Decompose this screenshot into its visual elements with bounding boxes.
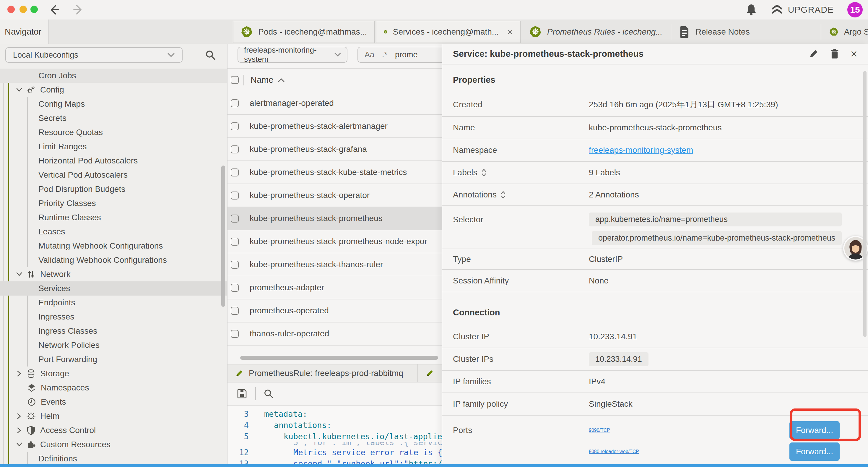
sidebar-group-access-control[interactable]: Access Control	[0, 423, 227, 437]
match-case-toggle[interactable]: Aa	[365, 50, 374, 59]
row-checkbox[interactable]	[231, 214, 239, 223]
sidebar-item-resource-quotas[interactable]: Resource Quotas	[0, 125, 227, 140]
row-checkbox[interactable]	[231, 169, 239, 176]
upgrade-button[interactable]: UPGRADE	[771, 4, 834, 16]
port-link-8080[interactable]: 8080:reloader-web/TCP	[589, 449, 639, 454]
notifications-bell-icon[interactable]	[745, 3, 757, 16]
row-checkbox[interactable]	[231, 307, 239, 315]
table-row[interactable]: kube-prometheus-stack-alertmanager	[227, 115, 442, 138]
sidebar-item-secrets[interactable]: Secrets	[0, 111, 227, 125]
table-row[interactable]: kube-prometheus-stack-kube-state-metrics	[227, 161, 442, 184]
annotations-value[interactable]: 2 Annotations	[589, 190, 639, 200]
forward-button-8080[interactable]: Forward...	[789, 442, 840, 461]
sidebar-item-mutating-webhook-configurations[interactable]: Mutating Webhook Configurations	[0, 239, 227, 253]
sidebar-item-cron-jobs[interactable]: Cron Jobs	[0, 68, 227, 83]
editor-tab-partial[interactable]	[418, 364, 442, 382]
editor-search-icon[interactable]	[263, 388, 274, 399]
tab-argo[interactable]: Argo Se	[822, 21, 868, 43]
sidebar-group-storage[interactable]: Storage	[0, 367, 227, 381]
sidebar-item-ingresses[interactable]: Ingresses	[0, 310, 227, 324]
sidebar-item-validating-webhook-configurations[interactable]: Validating Webhook Configurations	[0, 253, 227, 267]
sidebar-item-runtime-classes[interactable]: Runtime Classes	[0, 210, 227, 225]
chevron-right-icon[interactable]	[15, 428, 24, 433]
sort-ascending-icon[interactable]	[278, 78, 284, 82]
horizontal-scrollbar[interactable]	[240, 356, 438, 360]
row-checkbox[interactable]	[231, 330, 239, 338]
sidebar-item-services[interactable]: Services	[0, 282, 227, 296]
table-row[interactable]: prometheus-adapter	[227, 276, 442, 299]
forward-button-9090[interactable]: Forward...	[789, 421, 840, 439]
row-checkbox[interactable]	[231, 145, 239, 153]
table-row-selected[interactable]: kube-prometheus-stack-prometheus	[227, 207, 442, 230]
sidebar-scrollbar[interactable]	[221, 166, 225, 307]
regex-toggle[interactable]: .*	[382, 50, 387, 59]
port-link-9090[interactable]: 9090/TCP	[589, 428, 610, 433]
sidebar-group-config[interactable]: Config	[0, 83, 227, 97]
table-row[interactable]: kube-prometheus-stack-operator	[227, 184, 442, 207]
table-row[interactable]: prometheus-operated	[227, 299, 442, 322]
close-window-button[interactable]	[7, 6, 15, 13]
delete-trash-icon[interactable]	[830, 49, 839, 59]
tab-prometheus-rules[interactable]: Prometheus Rules - icecheng...	[522, 21, 671, 43]
row-checkbox[interactable]	[231, 238, 239, 245]
table-row[interactable]: thanos-ruler-operated	[227, 322, 442, 346]
namespace-link[interactable]: freeleaps-monitoring-system	[589, 145, 693, 155]
kubeconfig-selector[interactable]: Local Kubeconfigs	[5, 47, 183, 63]
sidebar-item-config-maps[interactable]: Config Maps	[0, 97, 227, 111]
row-checkbox[interactable]	[231, 284, 239, 292]
chevron-down-icon[interactable]	[15, 272, 24, 276]
minimize-window-button[interactable]	[20, 6, 27, 13]
editor-tab-prometheusrule[interactable]: PrometheusRule: freeleaps-prod-rabbitmq	[227, 364, 418, 382]
sort-updown-icon[interactable]	[482, 169, 486, 176]
tab-pods[interactable]: Pods - icecheng@mathmas...	[233, 21, 375, 43]
forward-arrow-icon[interactable]	[72, 3, 86, 17]
table-row[interactable]: alertmanager-operated	[227, 92, 442, 115]
select-all-checkbox[interactable]	[231, 76, 239, 84]
back-arrow-icon[interactable]	[47, 3, 60, 17]
tab-release-notes[interactable]: Release Notes	[672, 21, 821, 43]
close-panel-icon[interactable]: ×	[850, 48, 857, 60]
table-row[interactable]: kube-prometheus-stack-prometheus-node-ex…	[227, 230, 442, 253]
sidebar-item-horizontal-pod-autoscalers[interactable]: Horizontal Pod Autoscalers	[0, 154, 227, 168]
close-tab-icon[interactable]: ×	[507, 26, 513, 38]
namespace-filter-dropdown[interactable]: freeleaps-monitoring-system	[238, 47, 347, 63]
chevron-down-icon[interactable]	[15, 88, 24, 92]
name-column-header[interactable]: Name	[251, 75, 273, 85]
navigator-panel-tab[interactable]: Navigator	[0, 20, 49, 44]
sidebar-item-network-policies[interactable]: Network Policies	[0, 338, 227, 352]
labels-value[interactable]: 9 Labels	[589, 168, 620, 177]
sidebar-item-limit-ranges[interactable]: Limit Ranges	[0, 140, 227, 154]
sidebar-item-leases[interactable]: Leases	[0, 225, 227, 239]
chevron-right-icon[interactable]	[15, 413, 24, 419]
notification-badge[interactable]: 15	[847, 2, 863, 18]
row-checkbox[interactable]	[231, 122, 239, 130]
sidebar-item-pod-disruption-budgets[interactable]: Pod Disruption Budgets	[0, 182, 227, 196]
table-row[interactable]: kube-prometheus-stack-grafana	[227, 138, 442, 161]
sidebar-group-network[interactable]: Network	[0, 267, 227, 282]
sidebar-item-namespaces[interactable]: Namespaces	[0, 381, 227, 395]
row-checkbox[interactable]	[231, 99, 239, 107]
resource-search-input[interactable]: Aa .* prome	[358, 47, 442, 63]
maximize-window-button[interactable]	[30, 6, 38, 13]
details-scrollbar[interactable]	[863, 71, 867, 337]
edit-pencil-icon[interactable]	[809, 49, 819, 59]
sidebar-item-endpoints[interactable]: Endpoints	[0, 296, 227, 310]
chevron-right-icon[interactable]	[15, 371, 24, 377]
chevron-down-icon[interactable]	[15, 442, 24, 447]
sidebar-item-ingress-classes[interactable]: Ingress Classes	[0, 324, 227, 338]
table-row[interactable]: kube-prometheus-stack-thanos-ruler	[227, 253, 442, 276]
sidebar-item-port-forwarding[interactable]: Port Forwarding	[0, 352, 227, 367]
sidebar-item-priority-classes[interactable]: Priority Classes	[0, 196, 227, 210]
save-icon[interactable]	[236, 388, 248, 399]
row-checkbox[interactable]	[231, 261, 239, 269]
sidebar-item-vertical-pod-autoscalers[interactable]: Vertical Pod Autoscalers	[0, 168, 227, 182]
sort-updown-icon[interactable]	[501, 191, 505, 199]
search-icon[interactable]	[205, 49, 216, 61]
sidebar-item-definitions[interactable]: Definitions	[0, 451, 227, 466]
yaml-editor[interactable]: 3metadata: 4annotations: 5kubectl.kubern…	[227, 406, 442, 467]
sidebar-item-events[interactable]: Events	[0, 395, 227, 409]
row-checkbox[interactable]	[231, 192, 239, 200]
tab-services[interactable]: Services - icecheng@math... ×	[376, 21, 521, 43]
sidebar-group-helm[interactable]: Helm	[0, 409, 227, 423]
sidebar-group-custom-resources[interactable]: Custom Resources	[0, 437, 227, 451]
